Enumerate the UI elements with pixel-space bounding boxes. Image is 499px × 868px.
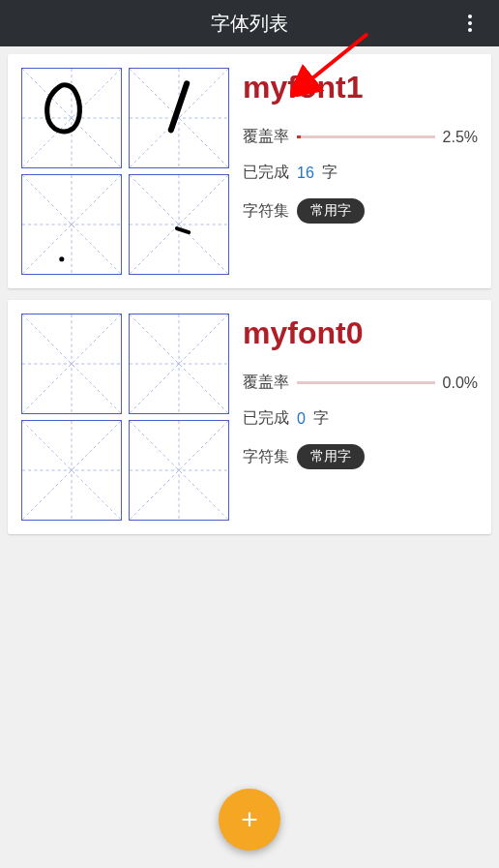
charset-badge: 常用字 bbox=[297, 198, 365, 224]
font-name: myfont0 bbox=[243, 315, 478, 351]
coverage-row: 覆盖率 2.5% bbox=[243, 127, 478, 147]
coverage-label: 覆盖率 bbox=[243, 127, 289, 147]
kebab-icon bbox=[468, 15, 472, 32]
page-title: 字体列表 bbox=[211, 11, 288, 37]
font-list: myfont1 覆盖率 2.5% 已完成 16 字 字符集 常用字 bbox=[0, 46, 499, 554]
font-card[interactable]: myfont0 覆盖率 0.0% 已完成 0 字 字符集 常用字 bbox=[8, 300, 491, 534]
preview-cell bbox=[129, 174, 229, 275]
font-card[interactable]: myfont1 覆盖率 2.5% 已完成 16 字 字符集 常用字 bbox=[8, 54, 491, 288]
preview-cell bbox=[129, 420, 229, 521]
font-name: myfont1 bbox=[243, 70, 478, 105]
preview-cell bbox=[21, 314, 122, 414]
charset-row: 字符集 常用字 bbox=[243, 444, 478, 469]
completed-unit: 字 bbox=[313, 408, 329, 429]
charset-row: 字符集 常用字 bbox=[243, 198, 478, 224]
font-info: myfont0 覆盖率 0.0% 已完成 0 字 字符集 常用字 bbox=[243, 314, 478, 521]
app-header: 字体列表 bbox=[0, 0, 499, 46]
preview-cell bbox=[129, 68, 229, 168]
svg-point-12 bbox=[59, 256, 64, 261]
coverage-row: 覆盖率 0.0% bbox=[243, 373, 478, 393]
completed-row: 已完成 0 字 bbox=[243, 408, 478, 429]
charset-label: 字符集 bbox=[243, 447, 289, 467]
completed-row: 已完成 16 字 bbox=[243, 163, 478, 183]
completed-label: 已完成 bbox=[243, 408, 289, 429]
add-font-button[interactable]: + bbox=[219, 789, 280, 851]
preview-cell bbox=[21, 420, 122, 521]
preview-cell bbox=[129, 314, 229, 414]
preview-cell bbox=[21, 174, 122, 275]
completed-unit: 字 bbox=[322, 163, 338, 183]
completed-count: 16 bbox=[297, 165, 314, 182]
preview-grid bbox=[21, 314, 229, 521]
charset-label: 字符集 bbox=[243, 201, 289, 222]
completed-label: 已完成 bbox=[243, 163, 289, 183]
charset-badge: 常用字 bbox=[297, 444, 365, 469]
coverage-value: 2.5% bbox=[443, 129, 478, 146]
coverage-bar bbox=[297, 135, 435, 138]
overflow-menu-button[interactable] bbox=[451, 0, 489, 46]
completed-count: 0 bbox=[297, 410, 306, 428]
preview-grid bbox=[21, 68, 229, 275]
coverage-label: 覆盖率 bbox=[243, 373, 289, 393]
coverage-bar bbox=[297, 381, 435, 384]
coverage-value: 0.0% bbox=[443, 374, 478, 392]
font-info: myfont1 覆盖率 2.5% 已完成 16 字 字符集 常用字 bbox=[243, 68, 478, 275]
preview-cell bbox=[21, 68, 122, 168]
plus-icon: + bbox=[241, 803, 258, 836]
